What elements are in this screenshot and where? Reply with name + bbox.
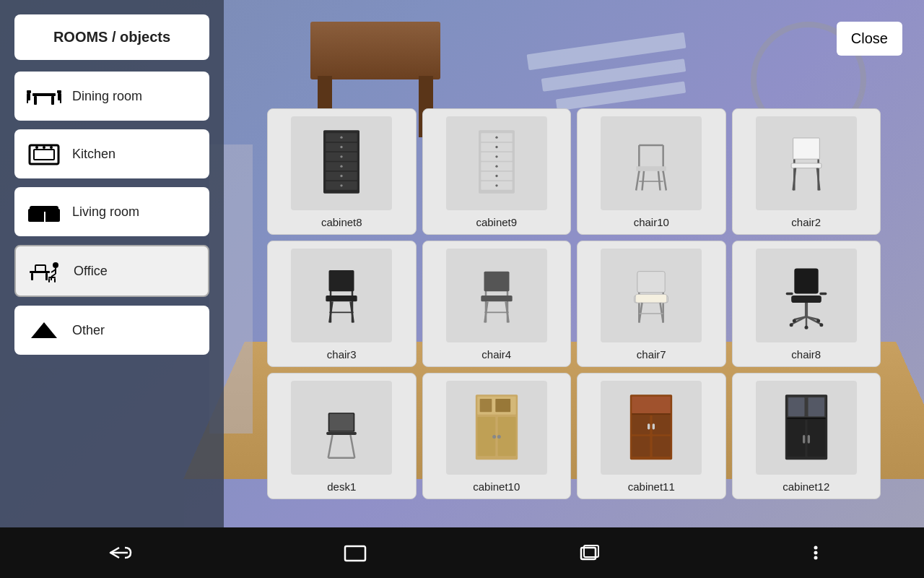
svg-rect-92 [636, 294, 667, 303]
object-preview-chair3 [291, 249, 392, 342]
svg-point-148 [814, 556, 817, 560]
svg-point-41 [341, 146, 343, 148]
svg-rect-98 [785, 293, 793, 295]
svg-rect-136 [788, 397, 805, 416]
objects-grid: cabinet8 [267, 108, 881, 499]
svg-point-55 [495, 155, 497, 158]
svg-point-108 [804, 326, 808, 329]
svg-line-114 [328, 435, 333, 458]
object-label-cabinet8: cabinet8 [321, 216, 362, 228]
svg-rect-0 [32, 93, 56, 96]
svg-rect-76 [329, 270, 354, 291]
object-preview-cabinet11 [601, 381, 702, 475]
svg-point-57 [495, 175, 497, 177]
back-button[interactable] [90, 535, 148, 571]
close-button[interactable]: Close [837, 22, 902, 56]
svg-point-109 [793, 319, 796, 323]
object-preview-cabinet12 [756, 381, 857, 475]
living-label: Living room [72, 204, 139, 220]
svg-point-43 [341, 165, 343, 168]
rooms-title-label: ROOMS / objects [53, 29, 170, 46]
svg-rect-139 [787, 419, 805, 457]
svg-rect-141 [803, 435, 805, 444]
svg-rect-29 [48, 277, 56, 278]
dining-label: Dining room [72, 89, 142, 104]
svg-rect-140 [807, 419, 825, 457]
svg-point-122 [497, 435, 501, 439]
sidebar-item-dining[interactable]: Dining room [14, 72, 209, 121]
object-label-chair8: chair8 [791, 348, 821, 361]
svg-point-24 [53, 262, 58, 268]
svg-rect-31 [54, 278, 56, 282]
svg-point-53 [495, 137, 497, 139]
svg-rect-124 [495, 399, 510, 412]
svg-rect-3 [27, 90, 31, 93]
svg-rect-10 [34, 150, 54, 160]
svg-rect-90 [637, 272, 665, 293]
object-label-chair4: chair4 [481, 348, 511, 361]
object-item-cabinet10[interactable]: cabinet10 [422, 373, 572, 499]
sidebar-item-kitchen[interactable]: Kitchen [14, 129, 209, 178]
object-preview-chair4 [446, 249, 547, 342]
svg-point-110 [816, 319, 820, 323]
home-button[interactable] [328, 535, 383, 571]
svg-rect-84 [481, 296, 512, 301]
object-item-chair7[interactable]: chair7 [577, 241, 726, 367]
recents-button[interactable] [562, 535, 617, 571]
object-item-chair4[interactable]: chair4 [422, 241, 572, 367]
svg-point-54 [495, 146, 497, 148]
svg-point-58 [495, 184, 497, 186]
sidebar-item-office[interactable]: Office [14, 245, 209, 297]
object-preview-cabinet10 [446, 381, 547, 475]
svg-point-121 [492, 435, 496, 439]
object-label-cabinet10: cabinet10 [473, 480, 520, 493]
object-item-chair8[interactable]: chair8 [732, 241, 881, 367]
object-item-cabinet9[interactable]: cabinet9 [422, 108, 572, 235]
svg-rect-6 [57, 90, 61, 93]
svg-line-66 [642, 171, 645, 191]
more-button[interactable] [797, 535, 834, 571]
object-item-chair2[interactable]: chair2 [732, 108, 881, 235]
svg-rect-1 [34, 96, 37, 105]
svg-point-45 [341, 184, 343, 186]
svg-point-12 [43, 146, 45, 149]
svg-rect-77 [326, 296, 357, 301]
object-item-cabinet11[interactable]: cabinet11 [577, 373, 726, 499]
kitchen-icon [26, 139, 62, 168]
object-item-cabinet8[interactable]: cabinet8 [267, 108, 417, 235]
svg-rect-30 [48, 278, 50, 282]
object-item-desk1[interactable]: desk1 [267, 373, 417, 499]
svg-rect-96 [794, 269, 818, 294]
svg-rect-143 [345, 546, 365, 561]
svg-rect-70 [793, 138, 819, 159]
svg-point-40 [341, 137, 343, 139]
sidebar: ROOMS / objects Dining room [0, 0, 224, 527]
svg-rect-130 [632, 436, 650, 457]
sidebar-item-other[interactable]: Other [14, 306, 209, 355]
svg-rect-113 [326, 432, 357, 435]
svg-rect-8 [60, 93, 61, 103]
svg-line-67 [658, 171, 661, 191]
object-label-chair2: chair2 [791, 216, 821, 228]
object-item-chair3[interactable]: chair3 [267, 241, 417, 367]
sidebar-item-living[interactable]: Living room [14, 187, 209, 236]
office-label: Office [74, 264, 108, 279]
svg-rect-71 [791, 163, 821, 168]
object-preview-chair10 [601, 116, 702, 210]
object-item-cabinet12[interactable]: cabinet12 [732, 373, 881, 499]
object-item-chair10[interactable]: chair10 [577, 108, 726, 235]
other-icon [26, 316, 62, 345]
object-preview-chair7 [601, 249, 702, 342]
object-label-cabinet9: cabinet9 [476, 216, 517, 228]
svg-point-146 [814, 546, 817, 550]
svg-line-63 [636, 171, 639, 191]
svg-point-147 [814, 551, 817, 555]
rooms-title-button[interactable]: ROOMS / objects [14, 14, 209, 60]
svg-rect-23 [39, 272, 42, 273]
object-preview-cabinet9 [446, 116, 547, 210]
svg-rect-126 [632, 397, 671, 413]
dining-icon [26, 82, 62, 111]
object-preview-chair8 [756, 249, 857, 342]
object-preview-desk1 [291, 381, 392, 475]
svg-rect-138 [787, 418, 825, 420]
